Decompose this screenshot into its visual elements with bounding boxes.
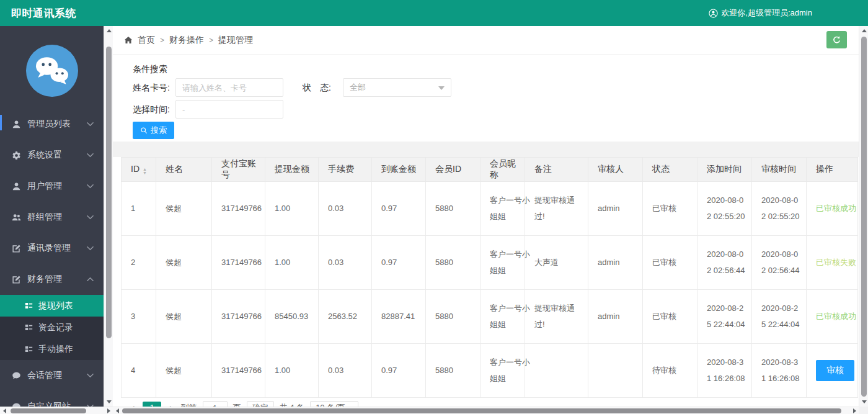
sidebar-item-custom-website[interactable]: 自定义网站 — [0, 391, 104, 407]
main-scrollbar-thumb[interactable] — [861, 37, 867, 397]
cell-member-id: 5880 — [426, 344, 480, 398]
sidebar-item-admin-list[interactable]: 管理员列表 — [0, 109, 104, 140]
audit-time: 16:26:08 — [768, 374, 800, 383]
cell-received: 82887.41 — [372, 290, 426, 344]
scroll-down-icon[interactable] — [859, 397, 868, 407]
search-panel-title: 条件搜索 — [133, 64, 167, 75]
goto-label: 到第 — [181, 402, 197, 407]
cell-received: 0.97 — [372, 182, 426, 236]
cell-fee: 0.03 — [319, 344, 372, 398]
refresh-button[interactable] — [826, 31, 847, 48]
breadcrumb-finance[interactable]: 财务操作 — [169, 35, 204, 46]
table-row: 2 侯超 317149766 1.00 0.03 0.97 5880 客户一号小… — [122, 236, 858, 290]
main-vertical-scrollbar[interactable] — [859, 26, 868, 407]
col-name: 姓名 — [156, 158, 212, 182]
sidebar-hscrollbar-thumb[interactable] — [11, 408, 86, 413]
confirm-page-button[interactable]: 确定 — [247, 401, 274, 407]
cell-added-time: 2020-08-25 22:44:04 — [698, 290, 752, 344]
sort-desc-icon[interactable]: ▼ — [143, 171, 147, 175]
cell-status: 已审核 — [643, 236, 698, 290]
added-time: 22:44:04 — [714, 320, 745, 329]
cell-audit-time: 2020-08-31 16:26:08 — [752, 344, 807, 398]
per-page-select[interactable]: 10 条/页 — [310, 401, 358, 407]
scroll-up-icon[interactable] — [104, 26, 113, 35]
next-page-button[interactable]: › — [167, 402, 175, 407]
cell-action: 已审核成功 — [807, 182, 858, 236]
welcome-area[interactable]: 欢迎你,超级管理员:admin — [709, 7, 812, 19]
search-button[interactable]: 搜索 — [133, 122, 174, 139]
sidebar-item-label: 用户管理 — [27, 181, 87, 192]
col-member-nickname: 会员昵称 — [480, 158, 525, 182]
account-text: 317149766 — [221, 362, 264, 379]
cell-name: 侯超 — [156, 290, 212, 344]
status-label: 状 态: — [303, 78, 331, 97]
audit-fail-link[interactable]: 已审核失败 — [816, 258, 856, 267]
cell-auditor: admin — [588, 182, 643, 236]
cell-fee: 2563.52 — [319, 290, 372, 344]
nickname-text: 客户一号小姐姐 — [490, 300, 531, 333]
audit-button[interactable]: 审核 — [816, 360, 854, 381]
scroll-down-icon[interactable] — [104, 397, 113, 407]
sidebar-vertical-scrollbar[interactable] — [104, 26, 113, 407]
status-select-value: 全部 — [350, 82, 366, 93]
sidebar-subitem-manual-operation[interactable]: 手动操作 — [0, 338, 104, 360]
home-icon — [124, 36, 133, 45]
status-select[interactable]: 全部 — [343, 78, 451, 97]
sidebar-horizontal-scrollbar[interactable] — [0, 407, 113, 414]
sidebar-item-session-management[interactable]: 会话管理 — [0, 360, 104, 391]
main-horizontal-scrollbar[interactable] — [113, 407, 859, 414]
sidebar-subitem-withdraw-list[interactable]: 提现列表 — [0, 295, 104, 317]
name-card-label: 姓名卡号: — [133, 78, 170, 97]
cell-nickname: 客户一号小姐姐 — [480, 182, 525, 236]
sidebar-subitem-fund-records[interactable]: 资金记录 — [0, 317, 104, 338]
cell-id: 4 — [122, 344, 156, 398]
current-page-button[interactable]: 1 — [143, 402, 161, 407]
sidebar-item-group-management[interactable]: 群组管理 — [0, 202, 104, 233]
sidebar-subitem-label: 资金记录 — [38, 322, 73, 333]
cell-fee: 0.03 — [319, 236, 372, 290]
prev-page-button[interactable]: ‹ — [129, 402, 137, 407]
col-action: 操作 — [807, 158, 858, 182]
col-remark: 备注 — [525, 158, 588, 182]
breadcrumb: 首页 > 财务操作 > 提现管理 — [113, 26, 859, 55]
chat-icon — [12, 371, 21, 380]
cell-remark: 大声道 — [525, 236, 588, 290]
col-withdraw-amount: 提现金额 — [265, 158, 319, 182]
sidebar-item-contacts-management[interactable]: 通讯录管理 — [0, 233, 104, 264]
breadcrumb-current: 提现管理 — [218, 35, 253, 46]
name-card-input[interactable] — [175, 78, 283, 97]
cell-account: 317149766 — [212, 344, 265, 398]
scroll-right-icon[interactable] — [850, 407, 859, 414]
cell-account: 317149766 — [212, 182, 265, 236]
time-range-input[interactable] — [175, 100, 283, 119]
sidebar-item-finance-management[interactable]: 财务管理 — [0, 264, 104, 295]
breadcrumb-home[interactable]: 首页 — [138, 35, 155, 46]
cell-amount: 1.00 — [265, 182, 319, 236]
edit-icon — [12, 275, 21, 284]
scroll-left-icon[interactable] — [0, 407, 9, 414]
col-id[interactable]: ID▲▼ — [122, 158, 156, 182]
sidebar-item-system-settings[interactable]: 系统设置 — [0, 140, 104, 171]
scroll-left-icon[interactable] — [113, 407, 122, 414]
col-received-amount: 到账金额 — [372, 158, 426, 182]
cell-auditor: admin — [588, 290, 643, 344]
sidebar-scrollbar-thumb[interactable] — [106, 47, 112, 338]
cell-remark: 提现审核通过! — [525, 290, 588, 344]
cell-nickname: 客户一号小姐姐 — [480, 236, 525, 290]
scroll-right-icon[interactable] — [104, 407, 113, 414]
page-number-input[interactable] — [203, 401, 228, 407]
sidebar-item-user-management[interactable]: 用户管理 — [0, 171, 104, 202]
refresh-icon — [832, 35, 841, 45]
col-alipay-account: 支付宝账号 — [212, 158, 265, 182]
col-audit-time: 审核时间 — [752, 158, 807, 182]
cell-audit-time: 2020-08-02 02:55:20 — [752, 182, 807, 236]
main-content: 首页 > 财务操作 > 提现管理 条件搜索 姓名卡号: 状 态: 全部 选择时间… — [113, 26, 859, 407]
audit-success-link[interactable]: 已审核成功 — [816, 312, 856, 321]
cell-id: 1 — [122, 182, 156, 236]
main-hscrollbar-thumb[interactable] — [122, 408, 841, 413]
chevron-down-icon — [87, 122, 94, 127]
remark-text: 大声道 — [534, 254, 578, 271]
audit-success-link[interactable]: 已审核成功 — [816, 204, 856, 213]
scroll-up-icon[interactable] — [859, 26, 868, 35]
cell-action: 已审核失败 — [807, 236, 858, 290]
